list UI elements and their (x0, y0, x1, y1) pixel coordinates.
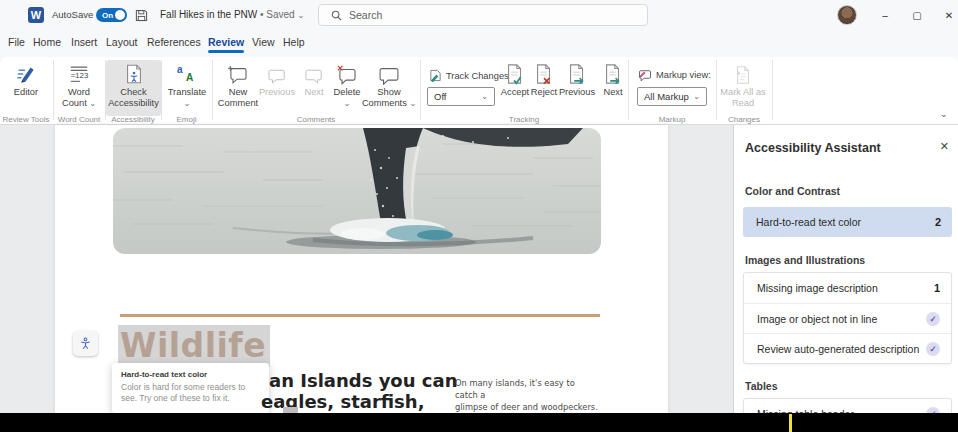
issue-image-not-in-line[interactable]: Image or object not in line ✓ (744, 303, 951, 333)
issue-hard-to-read-text-color[interactable]: Hard-to-read text color 2 (743, 207, 952, 237)
previous-change-button[interactable]: Previous (556, 60, 598, 98)
accessibility-person-icon (79, 337, 92, 350)
markup-view-dropdown[interactable]: All Markup ⌄ (637, 87, 707, 106)
previous-comment-button[interactable]: Previous (256, 60, 298, 98)
document-title[interactable]: Fall Hikes in the PNW • Saved ⌄ (160, 9, 304, 20)
tooltip-title: Hard-to-read text color (121, 370, 260, 379)
chevron-down-icon: ⌄ (693, 92, 700, 101)
ribbon: Editor =123 Word Count ⌄ Check Accessibi… (0, 57, 958, 125)
next-comment-button[interactable]: Next (296, 60, 332, 98)
group-label-accessibility: Accessibility (105, 115, 161, 124)
title-bar: W AutoSave On Fall Hikes in the PNW • Sa… (0, 0, 958, 30)
group-separator (772, 60, 773, 120)
chevron-down-icon: ⌄ (409, 99, 416, 108)
mark-all-read-icon (734, 65, 752, 85)
accessibility-doc-icon (123, 63, 145, 85)
tab-home[interactable]: Home (33, 36, 61, 48)
word-count-icon: =123 (68, 63, 90, 85)
hard-to-read-tooltip: Hard-to-read text color Color is hard fo… (112, 363, 269, 413)
track-changes-dropdown[interactable]: Off ⌄ (427, 87, 495, 106)
next-change-icon (603, 63, 623, 85)
reject-icon (534, 63, 554, 85)
markup-view-label: Markup view: (638, 69, 711, 81)
user-avatar[interactable] (837, 5, 857, 25)
translate-icon: aA (176, 63, 198, 85)
whale-photo[interactable] (113, 128, 601, 254)
title-chevron-icon: ⌄ (297, 11, 304, 20)
minimize-button[interactable]: – (872, 9, 898, 23)
save-icon[interactable] (135, 8, 148, 26)
chevron-down-icon: ⌄ (481, 92, 488, 101)
ribbon-tabs: File Home Insert Layout References Revie… (0, 30, 958, 57)
toggle-knob-icon (115, 10, 125, 20)
group-label-review-tools: Review Tools (0, 115, 52, 124)
document-page[interactable]: Wildlife Hard-to-read text color Color i… (55, 125, 668, 413)
accessibility-assistant-panel: Accessibility Assistant ✕ Color and Cont… (733, 125, 958, 413)
tab-layout[interactable]: Layout (106, 36, 138, 48)
chevron-down-icon: ⌄ (89, 99, 96, 108)
tooltip-body: Color is hard for some readers to see. T… (121, 382, 256, 404)
issue-count-badge: 2 (935, 216, 941, 228)
bottom-black-bar (0, 413, 958, 432)
tab-references[interactable]: References (147, 36, 201, 48)
delete-comment-icon (336, 65, 358, 85)
group-label-word-count: Word Count (53, 115, 105, 124)
group-separator (53, 60, 54, 120)
previous-comment-icon (267, 67, 287, 85)
resolved-check-icon: ✓ (926, 312, 940, 326)
tab-insert[interactable]: Insert (71, 36, 97, 48)
show-comments-icon (378, 65, 400, 85)
panel-close-icon[interactable]: ✕ (940, 140, 949, 153)
previous-change-icon (567, 63, 587, 85)
group-separator (212, 60, 213, 120)
tab-review[interactable]: Review (208, 36, 244, 48)
wildlife-heading[interactable]: Wildlife (118, 325, 270, 367)
yellow-marker-line (789, 414, 792, 432)
panel-title: Accessibility Assistant (745, 141, 881, 155)
section-images-illustrations: Images and Illustrations (745, 254, 865, 266)
markup-view-icon (638, 69, 652, 81)
section-color-contrast: Color and Contrast (745, 185, 840, 197)
tab-view[interactable]: View (252, 36, 275, 48)
images-issues-card: Missing image description 1 Image or obj… (743, 272, 952, 364)
word-window: W AutoSave On Fall Hikes in the PNW • Sa… (0, 0, 958, 432)
autosave-state: On (102, 11, 113, 20)
svg-text:a: a (177, 64, 183, 75)
search-icon (331, 10, 342, 21)
tab-file[interactable]: File (8, 36, 25, 48)
word-logo-icon: W (28, 7, 44, 23)
track-changes-icon (429, 69, 442, 82)
translate-button[interactable]: aA Translate ⌄ (165, 60, 209, 109)
search-placeholder: Search (349, 9, 382, 21)
group-label-changes: Changes (716, 115, 772, 124)
chevron-down-icon: ⌄ (184, 99, 191, 108)
show-comments-button[interactable]: Show Comments ⌄ (360, 60, 418, 109)
issue-count-badge: 1 (934, 282, 940, 294)
side-note-text[interactable]: On many islands, it's easy to catch a gl… (455, 377, 600, 413)
word-count-button[interactable]: =123 Word Count ⌄ (57, 60, 101, 109)
group-label-emoji: Emoji (161, 115, 212, 124)
mark-all-as-read-button[interactable]: Mark All as Read (714, 60, 772, 109)
new-comment-icon (227, 65, 249, 85)
body-text-line1[interactable]: an Islands you can (269, 370, 457, 391)
tab-help[interactable]: Help (283, 36, 305, 48)
svg-text:=123: =123 (71, 71, 89, 80)
editor-pen-icon (15, 63, 37, 85)
whale-breach-illustration (113, 128, 601, 254)
group-label-tracking: Tracking (420, 115, 628, 124)
issue-missing-image-description[interactable]: Missing image description 1 (744, 273, 951, 303)
next-comment-icon (304, 67, 324, 85)
search-input[interactable]: Search (318, 4, 648, 26)
editor-button[interactable]: Editor (2, 60, 50, 98)
autosave-toggle[interactable]: On (96, 8, 127, 22)
close-button[interactable]: ✕ (936, 9, 958, 23)
issue-review-auto-description[interactable]: Review auto-generated description ✓ (744, 333, 951, 363)
ribbon-collapse-chevron[interactable]: ⌄ (940, 109, 948, 119)
check-accessibility-button[interactable]: Check Accessibility (106, 60, 161, 116)
accessibility-assistant-float-button[interactable] (73, 331, 98, 356)
svg-text:A: A (186, 72, 194, 83)
group-label-comments: Comments (212, 115, 420, 124)
maximize-button[interactable]: ▢ (904, 9, 930, 23)
new-comment-button[interactable]: New Comment (214, 60, 262, 109)
next-change-button[interactable]: Next (597, 60, 629, 98)
